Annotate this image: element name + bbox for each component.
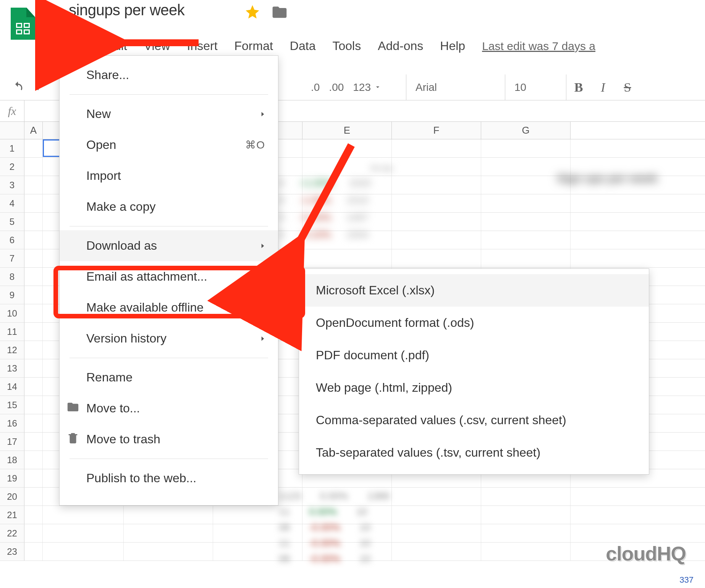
file-menu-item-open[interactable]: Open⌘O (60, 129, 278, 160)
row-header[interactable]: 8 (0, 268, 24, 286)
strike-button[interactable]: S (615, 74, 640, 100)
cell[interactable] (213, 524, 302, 542)
menu-edit[interactable]: Edit (98, 34, 136, 58)
row-header[interactable]: 18 (0, 451, 24, 469)
download-as-item-0[interactable]: Microsoft Excel (.xlsx) (299, 274, 649, 307)
cell[interactable] (24, 396, 43, 414)
download-as-item-3[interactable]: Web page (.html, zipped) (299, 372, 649, 404)
menu-file[interactable]: File (61, 34, 98, 58)
undo-icon[interactable] (11, 81, 24, 94)
row-header[interactable]: 9 (0, 286, 24, 304)
cell[interactable] (24, 488, 43, 506)
menu-insert[interactable]: Insert (178, 34, 226, 58)
bold-button[interactable]: B (566, 74, 591, 100)
download-as-item-5[interactable]: Tab-separated values (.tsv, current shee… (299, 436, 649, 469)
document-title[interactable]: singups per week (69, 2, 184, 19)
cell[interactable] (124, 506, 213, 524)
cell[interactable] (302, 524, 392, 542)
cell[interactable] (213, 506, 302, 524)
cell[interactable] (481, 194, 571, 212)
last-edit-link[interactable]: Last edit was 7 days a (482, 40, 595, 53)
row-header[interactable]: 19 (0, 469, 24, 487)
row-header[interactable]: 15 (0, 396, 24, 414)
cell[interactable] (24, 524, 43, 542)
cell[interactable] (24, 414, 43, 432)
download-as-item-2[interactable]: PDF document (.pdf) (299, 339, 649, 372)
cell[interactable] (481, 176, 571, 194)
cell[interactable] (392, 543, 481, 561)
file-menu-item-move-to[interactable]: Move to... (60, 393, 278, 424)
cell[interactable] (43, 524, 124, 542)
row-header[interactable]: 12 (0, 341, 24, 359)
row-header[interactable]: 20 (0, 488, 24, 506)
cell[interactable] (302, 139, 392, 157)
cell[interactable] (24, 176, 43, 194)
col-header-E[interactable]: E (302, 122, 392, 139)
row-header[interactable]: 13 (0, 359, 24, 377)
row-header[interactable]: 2 (0, 158, 24, 176)
cell[interactable] (481, 249, 571, 267)
row-header[interactable]: 11 (0, 323, 24, 341)
cell[interactable] (24, 158, 43, 176)
cell[interactable] (481, 506, 571, 524)
menu-view[interactable]: View (136, 34, 179, 58)
row-header[interactable]: 17 (0, 433, 24, 451)
cell[interactable] (302, 543, 392, 561)
cell[interactable] (24, 139, 43, 157)
col-header-A[interactable]: A (24, 122, 43, 139)
cell[interactable] (392, 139, 481, 157)
cell[interactable] (24, 451, 43, 469)
cell[interactable] (481, 543, 571, 561)
font-family-dropdown[interactable]: Arial (406, 74, 505, 100)
cell[interactable] (213, 543, 302, 561)
cell[interactable] (392, 176, 481, 194)
cell[interactable] (24, 378, 43, 396)
select-all-corner[interactable] (0, 122, 24, 139)
download-as-item-1[interactable]: OpenDocument format (.ods) (299, 307, 649, 339)
download-as-item-4[interactable]: Comma-separated values (.csv, current sh… (299, 404, 649, 436)
cell[interactable] (302, 488, 392, 506)
file-menu-item-make-a-copy[interactable]: Make a copy (60, 191, 278, 222)
cell[interactable] (481, 231, 571, 249)
cell[interactable] (392, 488, 481, 506)
row-header[interactable]: 10 (0, 304, 24, 322)
cell[interactable] (481, 524, 571, 542)
cell[interactable] (302, 194, 392, 212)
file-menu-item-make-available-offline[interactable]: Make available offline (60, 292, 278, 323)
cell[interactable] (481, 213, 571, 231)
row-header[interactable]: 16 (0, 414, 24, 432)
cell[interactable] (392, 158, 481, 176)
cell[interactable] (302, 231, 392, 249)
cell[interactable] (24, 304, 43, 322)
file-menu-item-download-as[interactable]: Download as (60, 230, 278, 261)
cell[interactable] (392, 506, 481, 524)
cell[interactable] (43, 543, 124, 561)
menu-tools[interactable]: Tools (324, 34, 369, 58)
cell[interactable] (24, 359, 43, 377)
file-menu-item-import[interactable]: Import (60, 160, 278, 191)
cell[interactable] (392, 249, 481, 267)
decimal-decrease-button[interactable]: .0 (311, 81, 320, 94)
cell[interactable] (24, 213, 43, 231)
move-folder-icon[interactable] (271, 4, 288, 22)
cell[interactable] (302, 249, 392, 267)
cell[interactable] (24, 433, 43, 451)
cell[interactable] (124, 524, 213, 542)
file-menu-item-share[interactable]: Share... (60, 60, 278, 90)
number-format-dropdown[interactable]: 123 (353, 81, 382, 94)
row-header[interactable]: 4 (0, 194, 24, 212)
italic-button[interactable]: I (591, 74, 615, 100)
cell[interactable] (24, 506, 43, 524)
menu-data[interactable]: Data (281, 34, 324, 58)
cell[interactable] (392, 524, 481, 542)
cell[interactable] (24, 231, 43, 249)
cell[interactable] (24, 323, 43, 341)
cell[interactable] (302, 158, 392, 176)
cell[interactable] (481, 139, 571, 157)
cell[interactable] (302, 506, 392, 524)
redo-icon[interactable] (35, 81, 48, 94)
menu-help[interactable]: Help (432, 34, 474, 58)
row-header[interactable]: 3 (0, 176, 24, 194)
cell[interactable] (24, 194, 43, 212)
cell[interactable] (392, 194, 481, 212)
